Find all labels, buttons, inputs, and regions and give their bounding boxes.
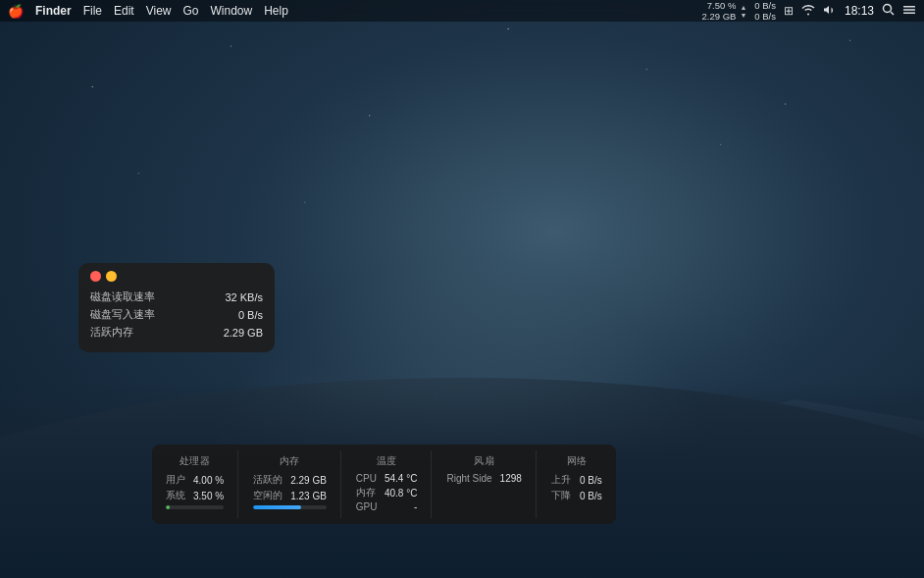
memory-section-title: 内存 [253,454,327,468]
cpu-user-label: 用户 [166,473,185,487]
menubar-cpu-percent: 7.50 % [707,0,737,11]
net-down-row: 下降 0 B/s [551,489,602,502]
mem-free-value: 1.23 GB [290,491,327,501]
menubar-window[interactable]: Window [211,4,253,18]
cpu-sys-label: 系统 [166,489,185,502]
svg-rect-2 [903,6,915,8]
fan-section-title: 风扇 [446,454,521,468]
temp-mem-label: 内存 [356,486,376,499]
active-memory-label: 活跃内存 [90,325,133,340]
close-button[interactable] [90,271,101,282]
net-down-label: 下降 [551,489,571,502]
mem-free-row: 空闲的 1.23 GB [253,489,327,502]
fan-section: 风扇 Right Side 1298 [433,450,536,518]
minimize-button[interactable] [106,271,117,282]
menubar-file[interactable]: File [83,4,102,18]
menubar-net-stat: 0 B/s 0 B/s [754,0,776,22]
disk-read-row: 磁盘读取速率 32 KB/s [90,289,263,304]
menubar-ram-gb: 2.29 GB [702,11,737,22]
disk-widget: 磁盘读取速率 32 KB/s 磁盘写入速率 0 B/s 活跃内存 2.29 GB [78,263,275,352]
active-memory-value: 2.29 GB [224,327,263,339]
net-down-value: 0 B/s [580,491,602,501]
menubar-right: 7.50 % 2.29 GB ▲ ▼ 0 B/s 0 B/s ⊞ [702,0,916,22]
search-icon[interactable] [882,3,895,19]
memory-section: 内存 活跃的 2.29 GB 空闲的 1.23 GB [239,450,341,518]
mem-free-label: 空闲的 [253,489,282,502]
grid-icon[interactable]: ⊞ [784,4,794,18]
cpu-section: 处理器 用户 4.00 % 系统 3.50 % [152,450,238,518]
apple-menu[interactable]: 🍎 [8,4,24,19]
disk-read-label: 磁盘读取速率 [90,289,155,304]
net-up-row: 上升 0 B/s [551,473,602,487]
cpu-user-row: 用户 4.00 % [166,473,224,487]
temp-gpu-value: - [414,501,417,512]
menubar-app-name[interactable]: Finder [35,4,72,18]
disk-write-row: 磁盘写入速率 0 B/s [90,307,263,322]
menubar-net-up: 0 B/s [754,0,776,11]
volume-icon[interactable] [823,4,837,19]
temp-gpu-row: GPU - [356,501,418,512]
wifi-icon[interactable] [801,4,815,19]
temp-cpu-label: CPU [356,473,377,484]
menubar-edit[interactable]: Edit [114,4,134,18]
menubar-left: 🍎 Finder File Edit View Go Window Help [8,4,702,19]
temp-gpu-label: GPU [356,501,378,512]
temp-cpu-value: 54.4 °C [385,473,417,484]
disk-write-value: 0 B/s [238,309,263,321]
monitor-bar: 处理器 用户 4.00 % 系统 3.50 % 内存 活跃的 2.29 GB 空… [152,445,616,524]
mem-progress-container [253,505,327,509]
temp-mem-row: 内存 40.8 °C [356,486,418,499]
menu-list-icon[interactable] [902,4,916,19]
temp-section-title: 温度 [356,454,418,468]
cpu-sys-row: 系统 3.50 % [166,489,224,502]
temp-mem-value: 40.8 °C [385,488,417,499]
menubar-go[interactable]: Go [183,4,199,18]
menubar-time: 18:13 [845,4,874,18]
cpu-section-title: 处理器 [166,454,224,468]
cpu-progress-bar [166,505,170,509]
cpu-progress-container [166,505,224,509]
cpu-sys-value: 3.50 % [193,491,224,501]
net-up-label: 上升 [551,473,571,487]
mem-active-value: 2.29 GB [290,475,327,486]
temperature-section: 温度 CPU 54.4 °C 内存 40.8 °C GPU - [342,450,433,518]
svg-line-1 [891,12,894,15]
network-section: 网络 上升 0 B/s 下降 0 B/s [538,450,616,518]
network-section-title: 网络 [551,454,602,468]
menubar-help[interactable]: Help [264,4,288,18]
svg-rect-4 [903,12,915,14]
fan-right-row: Right Side 1298 [446,473,521,484]
svg-point-0 [884,5,892,13]
cpu-user-value: 4.00 % [193,475,224,486]
menubar-view[interactable]: View [146,4,172,18]
menubar-cpu-stat: 7.50 % 2.29 GB ▲ ▼ [702,0,747,22]
mem-active-label: 活跃的 [253,473,282,487]
fan-right-label: Right Side [446,473,491,484]
disk-read-value: 32 KB/s [225,291,263,303]
temp-cpu-row: CPU 54.4 °C [356,473,418,484]
mem-progress-bar [253,505,301,509]
menubar-net-down: 0 B/s [754,11,776,22]
active-memory-row: 活跃内存 2.29 GB [90,325,263,340]
mem-active-row: 活跃的 2.29 GB [253,473,327,487]
fan-right-value: 1298 [500,473,522,484]
disk-write-label: 磁盘写入速率 [90,307,155,322]
net-up-value: 0 B/s [580,475,602,486]
menubar: 🍎 Finder File Edit View Go Window Help 7… [0,0,924,22]
traffic-lights [90,271,263,282]
svg-rect-3 [903,9,915,11]
